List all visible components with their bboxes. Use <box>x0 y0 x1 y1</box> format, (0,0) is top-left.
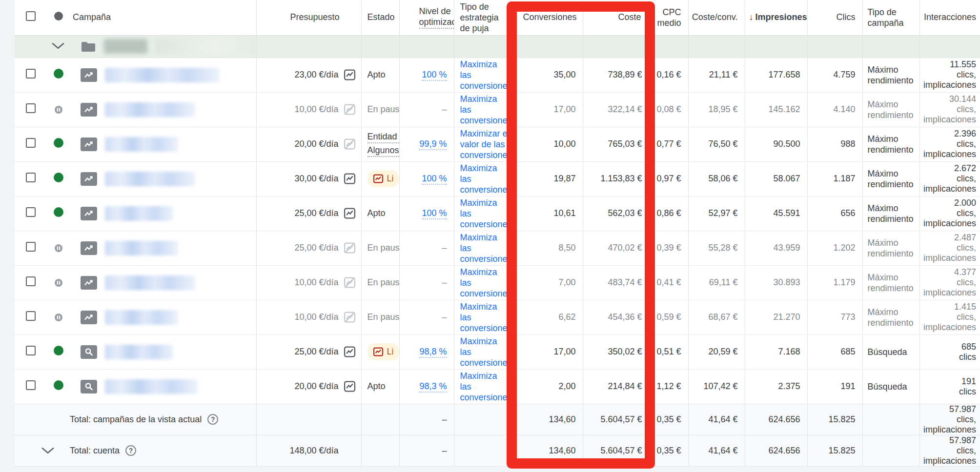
row-checkbox[interactable] <box>26 311 36 321</box>
budget-chart-icon <box>343 69 356 81</box>
campaign-type-value: Máximo rendimiento <box>862 127 919 161</box>
total-clicks-value: 15.825 <box>807 404 862 435</box>
campaign-row: 20,00 €/día Apto 98,3 % – Maximiza las c… <box>15 369 980 404</box>
column-header-interactions[interactable]: Interacciones <box>919 0 980 35</box>
clicks-value: 685 <box>807 334 862 369</box>
campaign-type-value: Búsqueda <box>862 334 919 369</box>
total-conversions-value: 134,60 <box>510 404 583 435</box>
budget-value[interactable]: 10,00 €/día <box>294 277 338 288</box>
bid-strategy-link[interactable]: Maximiza las conversiones <box>460 267 510 299</box>
cost-value: 562,03 € <box>583 196 649 231</box>
cost-value: 214,84 € <box>583 369 649 404</box>
avg-cpc-value: 0,16 € <box>649 58 688 92</box>
budget-value[interactable]: 23,00 €/día <box>294 70 338 80</box>
row-checkbox[interactable] <box>26 346 36 355</box>
column-header-optimization[interactable]: Nivel de optimización <box>399 0 454 35</box>
optimization-score-link[interactable]: 100 % <box>422 174 447 185</box>
column-header-avg-cpc[interactable]: CPC medio <box>649 0 688 35</box>
total-budget-value: 148,00 €/día <box>289 446 338 455</box>
campaign-row: 10,00 €/día En pausa – Maximiza las conv… <box>15 265 980 300</box>
campaign-row: 25,00 €/día En pausa – Maximiza las conv… <box>15 231 980 265</box>
column-header-conversions[interactable]: Conversiones <box>510 0 583 35</box>
column-header-cost-per-conv[interactable]: Coste/conv. <box>688 0 745 35</box>
budget-value[interactable]: 20,00 €/día <box>294 381 338 392</box>
status-paused-icon <box>54 278 63 287</box>
limited-badge-label: Li <box>387 174 394 184</box>
optimization-score-link[interactable]: 99,9 % <box>419 139 447 150</box>
bid-strategy-link[interactable]: Maximiza las conversiones <box>460 163 510 195</box>
column-header-cost[interactable]: Coste <box>583 0 649 35</box>
budget-chart-disabled-icon <box>343 242 356 254</box>
empty-value-dash: – <box>442 446 447 455</box>
cost-per-conv-value: 18,95 € <box>688 92 745 127</box>
avg-cpc-value: 0,59 € <box>649 300 688 334</box>
bid-strategy-link[interactable]: Maximizar el valor de las conversiones <box>460 128 510 160</box>
clicks-value: 656 <box>807 196 862 231</box>
column-header-budget[interactable]: Presupuesto <box>256 0 361 35</box>
total-impressions-value: 624.656 <box>745 404 807 435</box>
row-checkbox[interactable] <box>26 276 36 286</box>
help-icon[interactable]: ? <box>207 414 218 425</box>
campaign-row: 10,00 €/día En pausa – Maximiza las conv… <box>15 92 980 127</box>
campaign-type-value: Máximo rendimiento <box>862 265 919 300</box>
column-header-campaign[interactable]: Campaña <box>71 0 256 35</box>
row-checkbox[interactable] <box>26 138 36 148</box>
column-header-campaign-type[interactable]: Tipo de campaña <box>862 0 919 35</box>
budget-value[interactable]: 25,00 €/día <box>294 208 338 218</box>
optimization-score-link[interactable]: 98,8 % <box>419 347 447 358</box>
account-group-row <box>15 35 980 58</box>
bid-strategy-link[interactable]: Maximiza las conversiones <box>460 59 510 91</box>
interactions-value: 685 clics <box>919 334 980 369</box>
row-checkbox[interactable] <box>26 242 36 252</box>
help-icon[interactable]: ? <box>125 445 136 456</box>
cost-per-conv-value: 107,42 € <box>688 369 745 404</box>
campaign-type-value: Máximo rendimiento <box>862 161 919 196</box>
column-header-bid-strategy[interactable]: Tipo de estrategia de puja <box>454 0 510 35</box>
optimization-score-link[interactable]: 98,3 % <box>419 381 447 393</box>
interactions-value: 30.144 clics, implicaciones <box>919 92 980 127</box>
budget-value[interactable]: 25,00 €/día <box>294 347 338 357</box>
status-enabled-icon <box>54 346 63 355</box>
conversions-value: 17,00 <box>510 334 583 369</box>
budget-chart-disabled-icon <box>343 138 356 150</box>
campaign-row: 25,00 €/día Apto 100 % – Maximiza las co… <box>15 196 980 231</box>
bid-strategy-link[interactable]: Maximiza las conversiones <box>460 232 510 264</box>
column-header-estado[interactable]: Estado <box>361 0 399 35</box>
column-header-clicks[interactable]: Clics <box>807 0 862 35</box>
optimization-score-link[interactable]: 100 % <box>422 70 447 81</box>
budget-value[interactable]: 10,00 €/día <box>294 104 338 115</box>
budget-value[interactable]: 25,00 €/día <box>294 243 338 253</box>
clicks-value: 1.202 <box>807 231 862 265</box>
total-interactions-value: 57.987 clics, implicaciones <box>919 404 980 435</box>
row-checkbox[interactable] <box>26 103 36 113</box>
expand-account-chevron-icon[interactable] <box>41 447 55 454</box>
row-checkbox[interactable] <box>26 173 36 182</box>
row-checkbox[interactable] <box>26 380 36 390</box>
cost-value: 454,36 € <box>583 300 649 334</box>
select-all-checkbox[interactable] <box>26 11 36 21</box>
impressions-header-label: Impresiones <box>755 12 807 22</box>
bid-strategy-link[interactable]: Maximiza las conversiones <box>460 301 510 334</box>
bid-strategy-link[interactable]: Maximiza las conversiones <box>460 197 510 230</box>
group-name-blur-2 <box>155 38 256 55</box>
cost-per-conv-value: 76,50 € <box>688 127 745 161</box>
conversions-value: 17,00 <box>510 92 583 127</box>
budget-value[interactable]: 10,00 €/día <box>294 312 338 322</box>
bid-strategy-link[interactable]: Maximiza las conversiones <box>460 336 510 368</box>
bid-strategy-link[interactable]: Maximiza las conversiones <box>460 371 510 403</box>
column-header-impressions[interactable]: ↓Impresiones <box>745 0 807 35</box>
campaign-name-blur <box>105 379 198 394</box>
row-checkbox[interactable] <box>26 207 36 217</box>
clicks-value: 1.187 <box>807 161 862 196</box>
budget-value[interactable]: 30,00 €/día <box>294 174 338 184</box>
optimization-score-link[interactable]: 100 % <box>422 208 447 219</box>
budget-value[interactable]: 20,00 €/día <box>294 139 338 149</box>
avg-cpc-value: 0,86 € <box>649 196 688 231</box>
row-checkbox[interactable] <box>26 69 36 79</box>
campaign-row: 23,00 €/día Apto 100 % – Maximiza las co… <box>15 58 980 92</box>
status-enabled-icon <box>54 69 63 79</box>
collapse-group-chevron-icon[interactable] <box>52 42 65 49</box>
impressions-value: 90.500 <box>745 127 807 161</box>
bid-strategy-link[interactable]: Maximiza las conversiones <box>460 94 510 126</box>
impressions-value: 30.893 <box>745 265 807 300</box>
